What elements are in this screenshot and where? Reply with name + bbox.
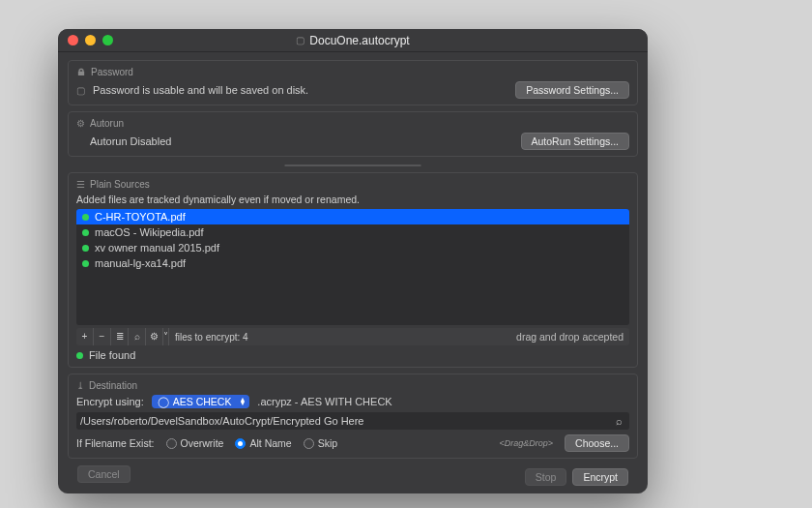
list-toolbar: + − ≣ ⌕ ⚙︎ ˅ files to encrypt: 4 drag an… [76,328,629,345]
drop-accepted-label: drag and drop accepted [510,331,629,343]
autorun-settings-button[interactable]: AutoRun Settings... [521,133,629,150]
password-status: Password is usable and will be saved on … [93,84,508,96]
radio-alt-name[interactable]: Alt Name [235,437,291,449]
file-icon: ▢ [296,35,304,45]
source-file-list[interactable]: C-HR-TOYOTA.pdfmacOS - Wikipedia.pdfxv o… [76,209,629,325]
app-window: ▢ DocuOne.autocrypt 🔒︎Password ▢ Passwor… [58,29,648,493]
add-button[interactable]: + [76,328,94,345]
minimize-icon[interactable] [85,35,96,45]
status-ok-icon [76,352,83,359]
tab-encrypt[interactable]: Encrypt [285,165,352,166]
footer: Cancel Stop Encrypt [68,464,638,490]
algo-name: AES CHECK [173,396,232,407]
close-icon[interactable] [68,35,78,45]
password-section: 🔒︎Password ▢ Password is usable and will… [68,60,638,105]
remove-button[interactable]: − [94,328,111,345]
columns-button[interactable]: ≣ [111,328,129,345]
radio-skip[interactable]: Skip [304,437,337,449]
algo-description: .acrypz - AES WITH CHECK [257,396,392,407]
cancel-button[interactable]: Cancel [77,465,130,483]
choose-button[interactable]: Choose... [565,434,629,452]
list-item-name: manual-lg-xa14.pdf [95,257,186,269]
mode-tabs: Encrypt Decrypt [284,164,420,166]
radio-overwrite[interactable]: Overwrite [166,437,224,449]
encryption-algo-select[interactable]: ◯ AES CHECK ▲▼ [152,395,250,408]
maximize-icon[interactable] [102,35,113,45]
autorun-heading: Autorun [90,118,124,129]
tab-decrypt[interactable]: Decrypt [353,165,420,166]
list-icon: ☰ [76,179,85,190]
plain-sources-section: ☰Plain Sources Added files are tracked d… [68,172,638,368]
status-ok-icon [82,245,89,252]
plain-sources-heading: Plain Sources [90,179,150,190]
search-icon[interactable]: ⌕ [612,415,625,427]
titlebar: ▢ DocuOne.autocrypt [58,29,648,52]
destination-icon: ⤓ [76,380,84,391]
encrypt-button[interactable]: Encrypt [572,468,628,486]
status-ok-icon [82,260,89,267]
autorun-section: ⚙︎Autorun Autorun Disabled AutoRun Setti… [68,111,638,157]
lock-icon: 🔒︎ [76,67,86,77]
autorun-status: Autorun Disabled [76,135,513,147]
file-count: files to encrypt: 4 [169,332,254,343]
list-item[interactable]: macOS - Wikipedia.pdf [76,224,629,240]
destination-path-row: ⌕ [76,412,629,430]
document-icon: ▢ [76,85,85,96]
stop-button[interactable]: Stop [525,468,567,486]
status-ok-icon [82,214,89,221]
destination-path-input[interactable] [80,415,612,427]
search-button[interactable]: ⌕ [129,328,146,345]
list-item-name: macOS - Wikipedia.pdf [95,226,203,238]
list-item-name: C-HR-TOYOTA.pdf [95,211,186,223]
plain-sources-hint: Added files are tracked dynamically even… [76,194,629,205]
destination-section: ⤓Destination Encrypt using: ◯ AES CHECK … [68,374,638,459]
list-item[interactable]: C-HR-TOYOTA.pdf [76,209,629,224]
password-heading: Password [91,67,133,77]
password-settings-button[interactable]: Password Settings... [515,81,629,99]
window-title: DocuOne.autocrypt [309,34,409,47]
options-button[interactable]: ⚙︎ [146,328,163,345]
encrypt-using-label: Encrypt using: [76,396,144,407]
status-ok-icon [82,229,89,236]
drag-drop-hint: <Drag&Drop> [500,438,554,448]
list-item[interactable]: manual-lg-xa14.pdf [76,255,629,271]
destination-heading: Destination [89,380,137,391]
list-item-name: xv owner manual 2015.pdf [95,242,219,254]
filename-exist-row: If Filename Exist: Overwrite Alt Name Sk… [76,434,629,452]
gear-icon: ⚙︎ [76,118,85,129]
list-item[interactable]: xv owner manual 2015.pdf [76,240,629,255]
filename-exist-label: If Filename Exist: [76,437,155,449]
file-found-status: File found [89,349,135,361]
